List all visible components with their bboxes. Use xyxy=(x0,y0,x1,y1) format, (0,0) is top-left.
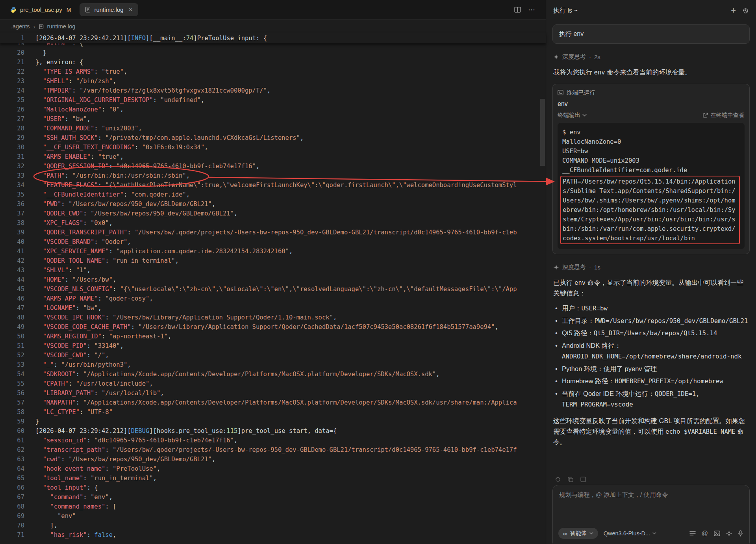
line-number: 28 xyxy=(0,124,24,133)
more-actions-icon[interactable]: ⋯ xyxy=(528,6,536,14)
code-line: 22 "TYPE_IS_ARMS": "true", xyxy=(0,67,546,76)
summary-bullet: Android NDK 路径：ANDROID_NDK_HOME=/opt/hom… xyxy=(553,340,749,361)
summary-bullets: 用户：USER=bw工作目录：PWD=/Users/bw/repos/950_d… xyxy=(553,303,749,409)
editor-tab-bar: pre_tool_use.py M runtime.log × ⋯ xyxy=(0,0,546,20)
code-line: 39 "QODER_TRANSCRIPT_PATH": "/Users/bw/.… xyxy=(0,228,546,237)
split-editor-icon[interactable] xyxy=(514,7,521,13)
code-line: 62 "transcript_path": "/Users/bw/.qoder/… xyxy=(0,445,546,455)
code-line: 26 "MallocNanoZone": "0", xyxy=(0,105,546,114)
line-number: 31 xyxy=(0,152,24,162)
line-number: 34 xyxy=(0,180,24,190)
mention-icon[interactable]: @ xyxy=(702,530,708,537)
terminal-output-block: $ envMallocNanoZone=0USER=bwCOMMAND_MODE… xyxy=(558,123,745,249)
code-line: 46 "ARMS_APP_NAME": "qoder-cosy", xyxy=(0,294,546,303)
tab-pre-tool-use[interactable]: pre_tool_use.py M xyxy=(5,3,76,16)
terminal-icon xyxy=(558,90,563,95)
line-number: 38 xyxy=(0,218,24,228)
image-icon[interactable] xyxy=(714,531,720,536)
tab-runtime-log[interactable]: runtime.log × xyxy=(80,3,138,16)
code-line: 38 "XPC_FLAGS": "0x0", xyxy=(0,218,546,228)
summary-bullet: 工作目录：PWD=/Users/bw/repos/950_dev/GBLDemo… xyxy=(553,316,749,326)
line-number: 58 xyxy=(0,407,24,417)
line-number: 40 xyxy=(0,237,24,247)
terminal-output-lines: $ envMallocNanoZone=0USER=bwCOMMAND_MODE… xyxy=(562,128,740,175)
sticky-scroll-line: 1[2026-04-07 23:29:42.211][INFO][__main_… xyxy=(0,33,546,43)
thinking-row-2[interactable]: 深度思考 · 1s xyxy=(553,264,749,271)
assistant-summary-intro: 已执行 env 命令，显示了当前的环境变量。从输出中可以看到一些关键信息： xyxy=(553,277,749,298)
line-number: 30 xyxy=(0,143,24,152)
line-number: 57 xyxy=(0,398,24,407)
chat-header: 执行 ls ~ + xyxy=(546,0,756,21)
open-in-terminal-link[interactable]: 在终端中查看 xyxy=(703,111,745,119)
line-number: 60 xyxy=(0,426,24,436)
chat-session-title[interactable]: 执行 ls ~ xyxy=(553,7,578,15)
model-selector[interactable]: Qwen3.6-Plus-D... xyxy=(604,530,656,537)
code-line: 48 "VSCODE_IPC_HOOK": "/Users/bw/Library… xyxy=(0,313,546,322)
history-icon[interactable] xyxy=(742,7,749,14)
line-number: 55 xyxy=(0,379,24,388)
deep-think-icon xyxy=(553,54,559,60)
breadcrumb-file[interactable]: runtime.log xyxy=(47,23,76,30)
code-area: 19 "extra" : {20 }21}, environ: {22 "TYP… xyxy=(0,43,546,544)
code-line: 40 "VSCODE_BRAND": "Qoder", xyxy=(0,237,546,247)
code-line: 67 "command": "env", xyxy=(0,492,546,502)
terminal-output-toggle[interactable]: 终端输出 xyxy=(558,111,587,119)
mic-icon[interactable] xyxy=(738,530,743,537)
code-line: 25 "ORIGINAL_XDG_CURRENT_DESKTOP": "unde… xyxy=(0,95,546,105)
thinking-duration: 1s xyxy=(594,264,600,271)
line-number: 33 xyxy=(0,171,24,180)
line-number: 37 xyxy=(0,209,24,218)
chevron-down-icon xyxy=(589,532,593,535)
code-line: 44 "HOME": "/Users/bw", xyxy=(0,275,546,284)
agent-mode-selector[interactable]: ∞ 智能体 xyxy=(558,528,598,539)
agent-icon: ∞ xyxy=(563,530,567,537)
retry-icon[interactable] xyxy=(555,476,561,483)
new-chat-icon[interactable]: + xyxy=(731,6,736,15)
line-number: 25 xyxy=(0,95,24,105)
line-number: 50 xyxy=(0,332,24,341)
breadcrumb-folder[interactable]: .agents xyxy=(11,23,30,30)
chat-input-box[interactable]: 规划与编程，@ 添加上下文，/ 使用命令 ∞ 智能体 Qwen3.6-Plus-… xyxy=(552,485,750,544)
summary-bullet: 当前在 Qoder IDE 环境中运行：QODER_IDE=1, TERM_PR… xyxy=(553,388,749,409)
line-number: 45 xyxy=(0,284,24,294)
code-line: 53 "_": "/usr/bin/python3", xyxy=(0,360,546,369)
line-number: 26 xyxy=(0,105,24,114)
editor-scrollbar-thumb[interactable] xyxy=(540,99,545,166)
assistant-intro-text: 我将为您执行 env 命令来查看当前的环境变量。 xyxy=(553,67,749,78)
user-message: 执行 env xyxy=(552,24,750,44)
code-line: 47 "LOGNAME": "bw", xyxy=(0,303,546,313)
code-line: 29 "SSH_AUTH_SOCK": "/private/tmp/com.ap… xyxy=(0,133,546,143)
code-line: 19 "extra" : { xyxy=(0,43,546,48)
code-line: 59} xyxy=(0,417,546,426)
line-number: 56 xyxy=(0,388,24,398)
thinking-separator: · xyxy=(589,54,591,60)
editor-pane: pre_tool_use.py M runtime.log × ⋯ xyxy=(0,0,546,544)
line-number: 46 xyxy=(0,294,24,303)
terminal-output-line: __CFBundleIdentifier=com.qoder.ide xyxy=(562,165,740,175)
expand-icon[interactable] xyxy=(580,476,586,483)
code-line: 36 "PWD": "/Users/bw/repos/950_dev/GBLDe… xyxy=(0,199,546,209)
code-line: 31 "ARMS_ENABLE": "true", xyxy=(0,152,546,162)
thinking-label: 深度思考 xyxy=(562,53,586,61)
copy-icon[interactable] xyxy=(567,476,574,483)
thinking-row-1[interactable]: 深度思考 · 2s xyxy=(553,53,749,61)
code-line: 57 "MANPATH": "/Applications/Xcode.app/C… xyxy=(0,398,546,407)
code-line: 20 } xyxy=(0,48,546,58)
summary-bullet: Homebrew 路径：HOMEBREW_PREFIX=/opt/homebre… xyxy=(553,376,749,386)
line-number: 19 xyxy=(0,43,24,48)
terminal-output-label: 终端输出 xyxy=(558,111,580,119)
code-line: 35 "__CFBundleIdentifier": "com.qoder.id… xyxy=(0,190,546,199)
line-number: 66 xyxy=(0,483,24,492)
line-number: 43 xyxy=(0,266,24,275)
modified-badge: M xyxy=(67,7,71,13)
line-number: 68 xyxy=(0,502,24,511)
terminal-card: 终端已运行 env 终端输出 在终端中查看 xyxy=(552,84,750,254)
close-tab-icon[interactable]: × xyxy=(129,6,133,13)
sparkle-icon[interactable] xyxy=(726,531,732,537)
tab-label: pre_tool_use.py xyxy=(20,6,62,13)
line-number: 27 xyxy=(0,114,24,124)
code-line: 28 "COMMAND_MODE": "unix2003", xyxy=(0,124,546,133)
model-name: Qwen3.6-Plus-D... xyxy=(604,530,650,537)
list-icon[interactable] xyxy=(689,531,696,536)
summary-bullet: 用户：USER=bw xyxy=(553,303,749,314)
